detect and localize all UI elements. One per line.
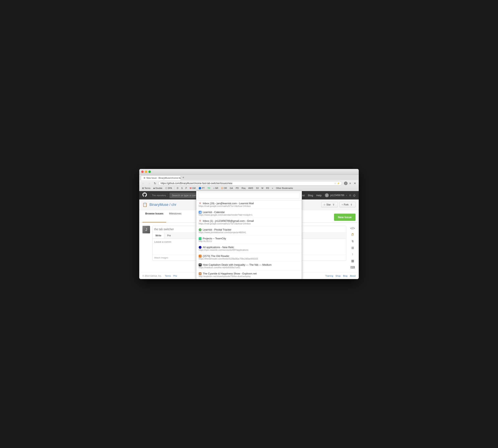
subnav-milestones[interactable]: Milestones	[166, 210, 184, 223]
tab-item-0[interactable]: M Inbox (19) - jan@learnist.com - Learni…	[196, 200, 302, 209]
new-tab-btn[interactable]: +	[181, 175, 186, 180]
terms-link[interactable]: Terms	[165, 275, 171, 277]
search-scope-selector[interactable]: This repository	[150, 193, 168, 197]
close-tab-icon[interactable]: ✕	[353, 181, 357, 185]
tab-item-4[interactable]: TC Projects -- TeamCity http://tc:8111/	[196, 235, 302, 244]
plus-icon[interactable]: +	[346, 194, 347, 197]
bookmark-d[interactable]: D	[176, 187, 179, 190]
training-link[interactable]: Training	[325, 275, 333, 277]
s-icon: S	[181, 187, 183, 189]
attach-label[interactable]: Attach images	[154, 256, 168, 259]
url-text: https://github.com/BinaryMuse/chrome-fas…	[161, 182, 334, 185]
username-label: jn123456789	[330, 194, 344, 197]
power-icon[interactable]: ⏻	[353, 194, 355, 197]
tab-item-6[interactable]: ☰ (1573) The Old Reader https://theoldre…	[196, 253, 302, 262]
bookmark-ga[interactable]: GA	[229, 187, 234, 190]
bookmark-pd[interactable]: PD	[234, 187, 240, 190]
minimize-button[interactable]	[145, 171, 147, 173]
repo-icon: 📋	[143, 202, 147, 207]
clock-icon[interactable]: ⏱	[351, 233, 354, 237]
tab-switcher-search-area	[196, 191, 302, 200]
bookmark-double[interactable]: ◈ Double	[152, 187, 164, 190]
bookmark-spa[interactable]: ⬡ SPA	[164, 187, 173, 190]
bookmark-m2[interactable]: M	[260, 187, 264, 190]
bookmark-apps[interactable]: ⊞ Terms	[141, 187, 152, 190]
bookmark-or[interactable]: ☰ OR	[220, 187, 228, 190]
bookmark-other[interactable]: Other Bookmarks	[275, 187, 294, 190]
new-issue-button[interactable]: New Issue	[334, 214, 355, 221]
table-icon[interactable]: ▦	[351, 259, 354, 263]
about-link[interactable]: About	[350, 275, 355, 277]
fork-button[interactable]: ⑂ Fork 0	[339, 202, 355, 208]
tab-favicon: ⚙	[144, 177, 145, 179]
maximize-button[interactable]	[148, 171, 151, 173]
keyboard-icon[interactable]: ⌨	[350, 266, 355, 269]
bookmark-s[interactable]: S	[180, 187, 184, 190]
bookmark-tc[interactable]: TC	[206, 187, 212, 190]
tab-item-7[interactable]: M How Capitalism Deals with Inequality —…	[196, 262, 302, 271]
settings-gear-icon[interactable]: ⚙	[349, 194, 351, 197]
bookmark-nr[interactable]: ○ NR	[212, 187, 220, 190]
gm-icon: M	[190, 187, 192, 189]
bookmark-rsq[interactable]: Rsq	[241, 187, 247, 190]
bookmark-icon[interactable]: ☆	[334, 182, 336, 185]
nav-help[interactable]: Help	[316, 194, 322, 197]
tab-item-title-8: ● The Cyanide & Happiness Show - Explosm…	[199, 272, 299, 275]
forward-button[interactable]: →	[147, 181, 152, 185]
star-button[interactable]: ☆ Star 0	[321, 202, 338, 208]
back-button[interactable]: ←	[141, 181, 146, 185]
bookmark-aws[interactable]: AWS	[247, 187, 254, 190]
tab-item-url-2: https://mail.google.com/mail/u/1/?ui=2&s…	[199, 223, 299, 225]
tab-item-5[interactable]: ○ All applications - New Relic https://r…	[196, 244, 302, 253]
write-tab[interactable]: Write	[153, 233, 164, 239]
bookmark-gm[interactable]: M GM	[189, 187, 197, 190]
extensions-icon[interactable]: ⚡	[337, 182, 340, 185]
reload-button[interactable]: ↻	[153, 181, 157, 185]
tab-switcher-input[interactable]	[198, 193, 300, 198]
tab-item-8[interactable]: ● The Cyanide & Happiness Show - Explosm…	[196, 271, 302, 279]
browser-window: ⚙ New Issue · BinaryMuse/chrome-fast-tab…	[139, 169, 359, 279]
bookmark-separator: |	[174, 186, 175, 190]
traffic-lights	[141, 171, 151, 173]
tab-item-title-7: M How Capitalism Deals with Inequality —…	[199, 263, 299, 266]
bookmark-pt[interactable]: 🔵 PT	[197, 187, 206, 190]
upload-icon[interactable]: ↑	[352, 253, 353, 256]
grid-icon[interactable]: ⊞	[351, 246, 354, 250]
blog-link[interactable]: Blog	[343, 275, 347, 277]
shop-link[interactable]: Shop	[336, 275, 341, 277]
footer-links: Terms Priv	[165, 275, 177, 277]
subnav-browse-issues[interactable]: Browse Issues	[143, 210, 166, 223]
bookmark-s3[interactable]: S3	[255, 187, 260, 190]
spa-icon: ⬡	[165, 187, 167, 190]
tab-favicon-2: M	[199, 220, 202, 223]
lightning-icon[interactable]: ↯	[351, 239, 354, 243]
tab-favicon-3: ●	[199, 228, 202, 231]
settings-icon[interactable]: ≡	[348, 181, 352, 185]
bookmark-label: Terms	[145, 187, 150, 189]
close-button[interactable]	[141, 171, 144, 173]
tab-favicon-5: ○	[199, 246, 202, 249]
nav-row: ← → ↻ https://github.com/BinaryMuse/chro…	[141, 181, 357, 186]
bookmark-p[interactable]: P	[184, 187, 188, 190]
bookmark-more[interactable]: »	[271, 187, 274, 190]
user-avatar[interactable]: J	[325, 193, 329, 197]
preview-tab[interactable]: Pre	[164, 233, 174, 239]
active-tab[interactable]: ⚙ New Issue · BinaryMuse/chrome-fast-tab…	[141, 176, 181, 180]
address-bar[interactable]: https://github.com/BinaryMuse/chrome-fas…	[159, 181, 342, 186]
tab-favicon-6: ☰	[199, 255, 202, 257]
user-profile-icon[interactable]: J	[344, 181, 348, 185]
github-logo[interactable]	[143, 192, 147, 198]
tab-bar: ⚙ New Issue · BinaryMuse/chrome-fast-tab…	[139, 175, 359, 180]
nav-blog[interactable]: Blog	[308, 194, 313, 197]
repo-name-link[interactable]: chr	[171, 203, 176, 207]
repo-owner-link[interactable]: BinaryMuse	[149, 203, 168, 207]
tab-item-2[interactable]: M Inbox (1) - jn123456789@gmail.com - Gm…	[196, 218, 302, 227]
privacy-link[interactable]: Priv	[173, 275, 177, 277]
tab-item-1[interactable]: ▦ Learnist - Calendar https://www.google…	[196, 209, 302, 218]
bookmark-rs[interactable]: RS	[265, 187, 270, 190]
tab-item-3[interactable]: ● Learnist - Pivotal Tracker https://www…	[196, 227, 302, 235]
browser-toolbar: ← → ↻ https://github.com/BinaryMuse/chro…	[139, 180, 359, 191]
tab-favicon-4: TC	[199, 237, 202, 240]
code-icon[interactable]: </>	[350, 227, 355, 230]
tab-item-title-1: ▦ Learnist - Calendar	[199, 211, 299, 214]
